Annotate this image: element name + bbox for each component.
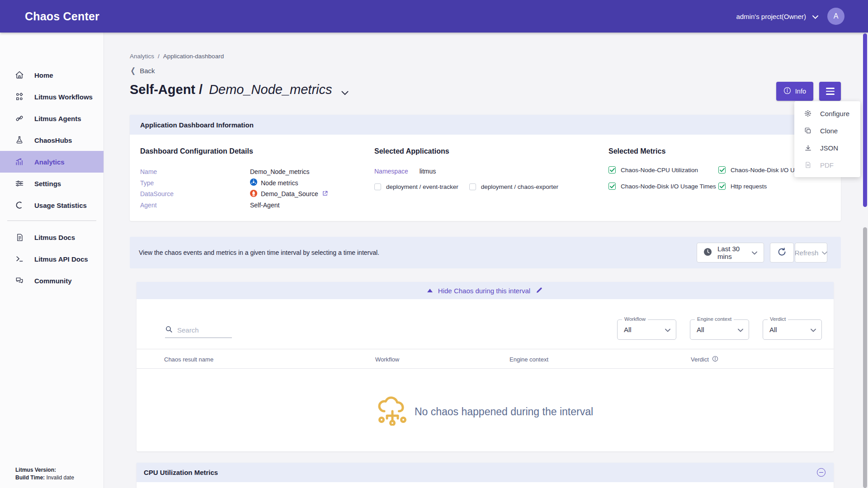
external-link-icon[interactable] [322,190,328,198]
scrollbar-thumb[interactable] [863,33,867,207]
litmus-version-label: Litmus Version: [15,467,56,473]
config-value: Self-Agent [250,202,279,209]
verdict-filter-select[interactable]: Verdict All [763,319,822,340]
breadcrumb-application-dashboard[interactable]: Application-dashboard [163,53,224,60]
verdict-filter-value: All [769,326,811,333]
terminal-icon [14,254,24,264]
refresh-now-button[interactable] [770,243,794,263]
refresh-rate-selector[interactable]: Refresh [795,243,827,263]
agents-icon [14,113,24,123]
sidebar-item-label: ChaosHubs [34,136,72,144]
home-icon [14,70,24,80]
engine-context-filter-value: All [697,326,738,333]
metric-checkbox-label: Chaos-Node-Disk I/O Usage Times [621,183,716,190]
page-title-dashboard: Demo_Node_metrics [209,82,332,97]
sidebar-item-litmus-docs[interactable]: Litmus Docs [0,226,104,248]
back-button[interactable]: ❮ Back [130,66,161,75]
namespace-label: Namespace [374,168,408,175]
config-row-datasource: DataSource Demo_Data_Source [140,188,374,200]
usage-icon [14,200,24,210]
config-details-title: Dashboard Configuration Details [140,147,374,155]
project-switcher[interactable]: admin's project(Owner) [736,13,818,20]
checkbox-checked-icon [609,166,616,174]
build-time-value: Invalid date [46,474,74,481]
cpu-utilization-metrics-card: CPU Utilization Metrics [137,463,834,488]
download-icon [804,144,812,152]
search-input[interactable] [177,326,227,334]
time-range-selector[interactable]: Last 30 mins [697,243,764,263]
metric-checkbox-http-requests[interactable]: Http requests [718,183,841,190]
cpu-metrics-header: CPU Utilization Metrics [137,463,834,482]
namespace-value: litmus [420,168,436,175]
collapse-up-icon [427,289,433,292]
avatar[interactable]: A [827,8,844,25]
info-card-header: Application Dashboard Information [130,115,841,135]
empty-state: No chaos happened during the interval [137,369,834,455]
config-label: Agent [140,202,250,209]
sidebar-item-usage-statistics[interactable]: Usage Statistics [0,194,104,216]
sidebar-footer: Litmus Version: Build Time: Invalid date [15,466,74,482]
chevron-down-icon [822,249,827,257]
menu-item-clone[interactable]: Clone [794,122,860,139]
sidebar: Home Litmus Workflows Litmus Agents Chao… [0,33,104,488]
sidebar-item-settings[interactable]: Settings [0,173,104,194]
sidebar-item-label: Settings [34,180,61,188]
sidebar-item-analytics[interactable]: Analytics [0,151,104,173]
workflows-icon [14,92,24,102]
workflow-filter-label: Workflow [622,316,648,322]
verdict-filter-label: Verdict [768,316,788,322]
dashboard-menu-button[interactable] [819,82,841,101]
metric-checkbox-cpu-utilization[interactable]: Chaos-Node-CPU Utilization [609,166,718,174]
clock-icon [703,248,712,258]
title-chevron-down-icon[interactable] [341,84,349,99]
empty-state-message: No chaos happened during the interval [415,406,593,418]
metric-checkbox-disk-io-times[interactable]: Chaos-Node-Disk I/O Usage Times [609,183,718,190]
hide-chaos-label: Hide Chaos during this interval [438,287,530,295]
menu-item-configure[interactable]: Configure [794,105,860,122]
dashboard-actions-menu: Configure Clone JSON PDF [794,101,860,177]
chevron-down-icon [812,13,818,20]
config-value: Node metrics [261,179,298,187]
column-verdict: Verdict [691,349,718,369]
avatar-letter: A [834,12,839,20]
verdict-info-icon[interactable] [712,356,718,363]
config-value: Demo_Data_Source [261,190,318,197]
config-label: Name [140,168,250,175]
sidebar-item-home[interactable]: Home [0,64,104,86]
config-label: Type [140,179,250,187]
hide-chaos-toggle[interactable]: Hide Chaos during this interval [137,282,834,299]
sidebar-item-label: Litmus API Docs [34,255,88,263]
chevron-down-icon [738,326,743,334]
menu-item-pdf[interactable]: PDF [794,156,860,174]
chaos-events-card: Hide Chaos during this interval Workflow… [137,282,834,451]
application-checkbox-chaos-exporter[interactable]: deployment / chaos-exporter [469,183,558,190]
back-label: Back [140,67,155,75]
scrollbar-track-lower[interactable] [863,227,867,488]
build-time-label: Build Time: [15,474,45,481]
sidebar-item-label: Litmus Docs [34,234,75,241]
sidebar-item-litmus-workflows[interactable]: Litmus Workflows [0,86,104,108]
collapse-minus-icon[interactable] [817,468,826,477]
workflow-filter-select[interactable]: Workflow All [617,319,676,340]
sidebar-item-chaoshubs[interactable]: ChaosHubs [0,129,104,151]
application-dashboard-information-card: Application Dashboard Information Dashbo… [130,115,841,221]
engine-context-filter-select[interactable]: Engine context All [690,319,749,340]
checkbox-checked-icon [609,183,616,190]
checkbox-checked-icon [718,166,726,174]
menu-item-json[interactable]: JSON [794,139,860,156]
sidebar-divider [7,221,96,221]
application-checkbox-event-tracker[interactable]: deployment / event-tracker [374,183,458,190]
edit-pencil-icon[interactable] [536,286,543,295]
search-field[interactable] [165,325,232,338]
config-row-type: Type Node metrics [140,178,374,189]
prometheus-icon [250,190,257,198]
info-button[interactable]: Info [776,82,813,101]
sidebar-item-community[interactable]: Community [0,270,104,291]
app-title: Chaos Center [25,10,99,23]
gear-icon [804,109,812,117]
search-icon [165,325,173,335]
sidebar-item-litmus-api-docs[interactable]: Litmus API Docs [0,248,104,270]
project-label: admin's project(Owner) [736,13,806,20]
breadcrumb-analytics[interactable]: Analytics [130,53,154,60]
sidebar-item-litmus-agents[interactable]: Litmus Agents [0,108,104,129]
